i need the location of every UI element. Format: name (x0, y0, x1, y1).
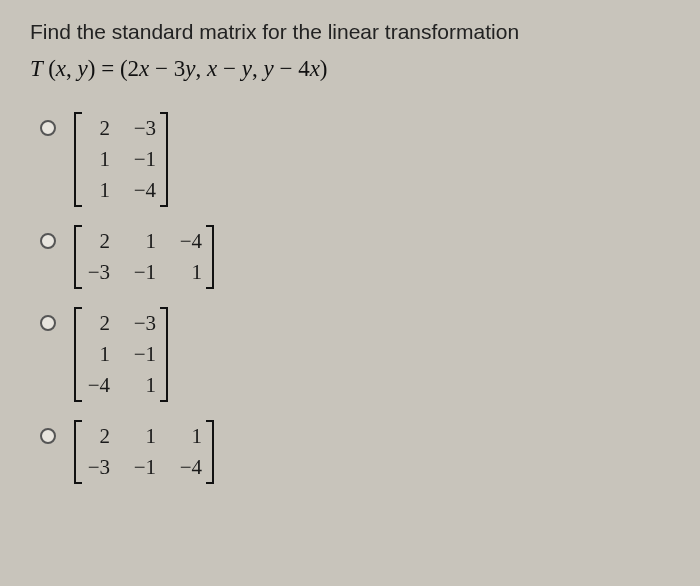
matrix-b: 2 1 −4 −3 −1 1 (74, 225, 214, 289)
radio-icon[interactable] (40, 315, 56, 331)
option-a[interactable]: 2 −3 1 −1 1 −4 (40, 112, 670, 207)
matrix-cell: 1 (132, 229, 156, 254)
matrix-cell: −4 (178, 455, 202, 480)
matrix-cell: −1 (132, 455, 156, 480)
matrix-cell: 2 (86, 116, 110, 141)
matrix-cell: −4 (86, 373, 110, 398)
radio-icon[interactable] (40, 428, 56, 444)
matrix-cell: 2 (86, 229, 110, 254)
option-c[interactable]: 2 −3 1 −1 −4 1 (40, 307, 670, 402)
radio-icon[interactable] (40, 233, 56, 249)
option-d[interactable]: 2 1 1 −3 −1 −4 (40, 420, 670, 484)
matrix-cell: −3 (86, 455, 110, 480)
matrix-cell: −1 (132, 342, 156, 367)
matrix-cell: −3 (132, 311, 156, 336)
matrix-cell: 1 (132, 424, 156, 449)
matrix-cell: −3 (132, 116, 156, 141)
transformation-equation: T (x, y) = (2x − 3y, x − y, y − 4x) (30, 56, 670, 82)
matrix-cell: 1 (86, 342, 110, 367)
question-prompt: Find the standard matrix for the linear … (30, 20, 670, 44)
matrix-cell: 1 (178, 260, 202, 285)
option-b[interactable]: 2 1 −4 −3 −1 1 (40, 225, 670, 289)
matrix-c: 2 −3 1 −1 −4 1 (74, 307, 168, 402)
matrix-cell: −1 (132, 147, 156, 172)
matrix-cell: 1 (178, 424, 202, 449)
matrix-cell: −4 (132, 178, 156, 203)
matrix-cell: −3 (86, 260, 110, 285)
matrix-a: 2 −3 1 −1 1 −4 (74, 112, 168, 207)
matrix-d: 2 1 1 −3 −1 −4 (74, 420, 214, 484)
matrix-cell: 1 (86, 147, 110, 172)
matrix-cell: 2 (86, 424, 110, 449)
matrix-cell: −1 (132, 260, 156, 285)
matrix-cell: −4 (178, 229, 202, 254)
matrix-cell: 1 (132, 373, 156, 398)
options-list: 2 −3 1 −1 1 −4 2 1 −4 −3 −1 1 (30, 112, 670, 484)
matrix-cell: 1 (86, 178, 110, 203)
matrix-cell: 2 (86, 311, 110, 336)
radio-icon[interactable] (40, 120, 56, 136)
